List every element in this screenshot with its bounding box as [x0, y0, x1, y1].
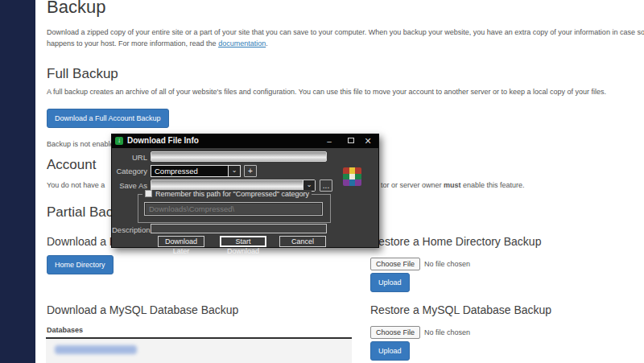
download-mysql-heading: Download a MySQL Database Backup [47, 303, 238, 316]
cancel-button[interactable]: Cancel [279, 236, 326, 247]
restore-home-heading: Restore a Home Directory Backup [370, 235, 541, 248]
intro-line2: happens to your host. For more informati… [47, 39, 218, 47]
dialog-titlebar[interactable]: ↓ Download File Info – ✕ [112, 134, 378, 148]
download-file-info-dialog: ↓ Download File Info – ✕ URL Category Co… [111, 134, 379, 248]
download-path-input[interactable]: Downloads\Compressed\ [144, 202, 323, 216]
home-directory-button[interactable]: Home Directory [47, 255, 114, 274]
url-input[interactable] [151, 151, 327, 162]
account-note-left: You do not have a [47, 179, 105, 191]
note-right-post: enable this feature. [461, 181, 525, 189]
choose-file-button[interactable]: Choose File [370, 258, 420, 270]
database-table-row[interactable] [46, 339, 352, 363]
remember-label: Remember this path for "Compressed" cate… [155, 190, 309, 198]
intro-line2-end: . [266, 39, 268, 47]
category-value: Compressed [155, 167, 198, 175]
save-as-label: Save As [112, 181, 147, 190]
account-backups-heading: Account [47, 157, 96, 173]
remember-path-group: Remember this path for "Compressed" cate… [138, 194, 331, 223]
database-name-link-blurred[interactable] [55, 345, 137, 354]
account-note-right: tor or server owner must enable this fea… [381, 179, 525, 191]
page-title: Backup [47, 0, 105, 18]
remember-path-option: Remember this path for "Compressed" cate… [142, 190, 312, 198]
note-right-bold: must [444, 181, 461, 189]
category-select[interactable]: Compressed ⌄ [151, 165, 241, 177]
add-category-button[interactable]: + [244, 165, 257, 177]
chevron-down-icon[interactable]: ⌄ [228, 166, 240, 176]
full-backup-heading: Full Backup [47, 66, 118, 82]
url-label: URL [112, 153, 147, 162]
description-input[interactable] [151, 224, 327, 233]
download-full-backup-button[interactable]: Download a Full Account Backup [47, 109, 169, 128]
choose-file-button[interactable]: Choose File [370, 326, 420, 339]
full-backup-description: A full backup creates an archive of all … [47, 86, 644, 97]
upload-home-button[interactable]: Upload [370, 273, 410, 292]
no-file-chosen-label: No file chosen [424, 260, 470, 268]
restore-home-file-row: Choose FileNo file chosen [370, 255, 470, 270]
description-label: Description [112, 225, 147, 234]
idm-app-icon: ↓ [115, 137, 123, 145]
close-icon[interactable]: ✕ [362, 136, 374, 146]
documentation-link[interactable]: documentation [218, 39, 266, 47]
restore-mysql-file-row: Choose FileNo file chosen [370, 324, 470, 339]
dialog-title: Download File Info [127, 136, 199, 145]
restore-mysql-heading: Restore a MySQL Database Backup [370, 303, 551, 316]
note-right-pre: tor or server owner [381, 181, 444, 189]
remember-checkbox[interactable] [145, 190, 152, 197]
intro-line1: Download a zipped copy of your entire si… [47, 28, 644, 36]
sidebar-strip [0, 0, 35, 363]
maximize-icon[interactable] [348, 138, 354, 143]
databases-column-header: Databases [47, 326, 83, 334]
download-later-button[interactable]: Download Later [158, 236, 204, 247]
intro-paragraph: Download a zipped copy of your entire si… [47, 27, 644, 49]
browse-button[interactable]: ... [320, 179, 332, 192]
start-download-button[interactable]: Start Download [220, 236, 266, 247]
backup-status-text: Backup is not enabled [47, 138, 118, 150]
no-file-chosen-label: No file chosen [424, 328, 470, 336]
minimize-icon[interactable]: – [324, 136, 335, 146]
category-label: Category [112, 167, 147, 175]
winrar-archive-icon [343, 167, 361, 186]
upload-mysql-button[interactable]: Upload [370, 341, 410, 361]
